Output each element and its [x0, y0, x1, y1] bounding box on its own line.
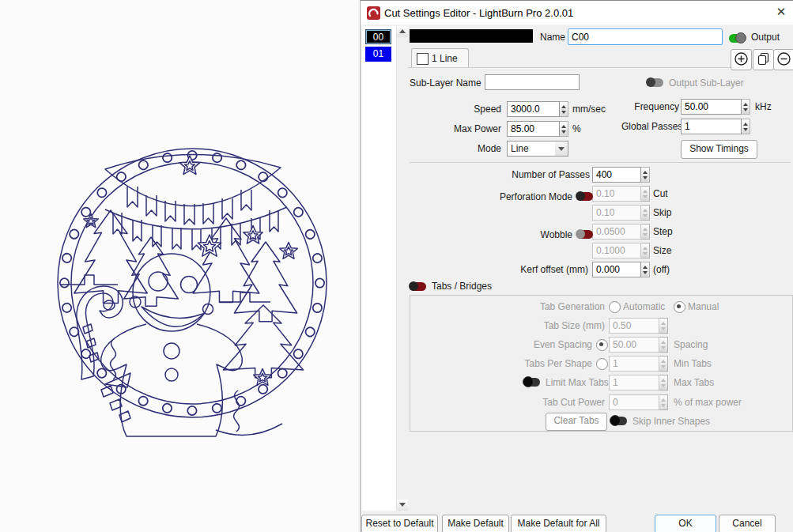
title-bar[interactable]: Cut Settings Editor - LightBurn Pro 2.0.… — [361, 1, 793, 25]
tab-generation-automatic-label: Automatic — [623, 300, 665, 313]
sublayer-name-input[interactable] — [485, 74, 580, 90]
tabs-per-shape-radio[interactable] — [596, 358, 608, 370]
max-power-input[interactable] — [507, 121, 560, 137]
tabs-per-shape-suffix: Min Tabs — [674, 357, 712, 370]
tabs-bridges-groupbox: Tab Generation Automatic Manual Tab Size… — [410, 295, 793, 432]
skip-inner-shapes-toggle[interactable] — [610, 417, 627, 425]
limit-max-tabs-toggle[interactable] — [523, 378, 540, 387]
duplicate-sublayer-button[interactable] — [753, 49, 774, 70]
ok-button[interactable]: OK — [655, 515, 716, 532]
speed-input[interactable] — [507, 101, 560, 117]
tabs-bridges-toggle[interactable] — [410, 282, 426, 291]
chevron-down-icon — [555, 141, 568, 156]
mode-value: Line — [508, 141, 555, 156]
add-sublayer-button[interactable] — [731, 49, 752, 70]
output-sublayer-toggle[interactable] — [647, 78, 663, 87]
layer-item-00[interactable]: 00 — [365, 29, 391, 44]
copy-icon — [757, 52, 770, 66]
tab-generation-automatic-radio[interactable] — [609, 301, 621, 313]
remove-sublayer-button[interactable] — [773, 49, 793, 70]
layer-color-swatch[interactable] — [410, 29, 533, 43]
tab-size-input[interactable] — [609, 318, 659, 334]
tab-size-label: Tab Size (mm) — [440, 319, 605, 332]
tabs-bridges-title: Tabs / Bridges — [432, 280, 492, 292]
tab-cut-power-input[interactable] — [609, 394, 659, 410]
max-power-spin-buttons[interactable] — [560, 121, 568, 137]
scroll-up-icon[interactable] — [397, 26, 408, 37]
kerf-input[interactable] — [592, 262, 641, 277]
even-spacing-input[interactable] — [609, 337, 659, 353]
number-of-passes-label: Number of Passes — [432, 168, 590, 181]
reset-to-default-button[interactable]: Reset to Default — [361, 515, 438, 532]
frequency-spin-buttons[interactable] — [742, 99, 750, 115]
perforation-cut-stepper — [592, 186, 650, 202]
even-spacing-radio[interactable] — [596, 339, 608, 351]
cancel-button[interactable]: Cancel — [719, 515, 776, 532]
output-toggle[interactable] — [729, 34, 746, 43]
perforation-mode-toggle[interactable] — [576, 192, 593, 201]
perforation-skip-input[interactable] — [592, 205, 641, 221]
perforation-skip-unit: Skip — [653, 206, 671, 219]
perforation-mode-label: Perforation Mode — [432, 191, 572, 203]
kerf-offset-label: Kerf offset (mm) — [432, 263, 588, 276]
show-timings-button[interactable]: Show Timings — [681, 140, 757, 159]
frequency-label: Frequency — [621, 100, 679, 113]
even-spacing-suffix: Spacing — [674, 338, 708, 351]
mode-dropdown[interactable]: Line — [507, 141, 568, 157]
tab-size-stepper — [609, 318, 668, 334]
passes-input[interactable] — [592, 167, 641, 183]
scroll-down-icon[interactable] — [397, 500, 408, 511]
tab-generation-manual-radio[interactable] — [674, 301, 685, 313]
tab-generation-manual-label: Manual — [688, 300, 719, 313]
wobble-label: Wobble — [432, 228, 572, 241]
global-passes-spin-buttons[interactable] — [742, 119, 750, 134]
passes-spin-buttons[interactable] — [641, 167, 650, 183]
wobble-step-stepper — [592, 224, 650, 240]
max-power-stepper — [507, 121, 568, 137]
global-passes-stepper — [681, 119, 750, 134]
scrollbar[interactable] — [396, 26, 407, 511]
wobble-size-stepper — [592, 243, 650, 258]
ornament-drawing — [26, 117, 358, 449]
max-power-unit: % — [572, 123, 581, 135]
speed-unit: mm/sec — [572, 103, 606, 115]
wobble-size-unit: Size — [653, 244, 671, 257]
layer-list: 00 01 — [362, 26, 396, 511]
clear-tabs-button[interactable]: Clear Tabs — [546, 413, 607, 431]
speed-stepper — [507, 101, 568, 117]
passes-stepper — [592, 167, 650, 183]
section-divider — [410, 162, 791, 163]
close-icon[interactable]: ✕ — [772, 5, 790, 21]
kerf-spin-buttons[interactable] — [641, 262, 650, 277]
perforation-cut-unit: Cut — [653, 187, 668, 200]
layer-item-01[interactable]: 01 — [365, 47, 391, 62]
wobble-size-input[interactable] — [592, 243, 641, 258]
tab-cut-power-label: Tab Cut Power — [440, 396, 605, 409]
make-default-for-all-button[interactable]: Make Default for All — [511, 515, 606, 532]
output-sublayer-label: Output Sub-Layer — [669, 77, 744, 89]
wobble-step-input[interactable] — [592, 224, 641, 240]
design-canvas — [0, 0, 360, 532]
sublayer-name-field-wrap — [485, 74, 580, 90]
tab-checkbox[interactable] — [417, 53, 429, 65]
frequency-input[interactable] — [681, 99, 742, 115]
window-title: Cut Settings Editor - LightBurn Pro 2.0.… — [384, 7, 573, 20]
app-icon — [367, 6, 380, 20]
wobble-toggle[interactable] — [576, 230, 593, 239]
sublayer-name-label: Sub-Layer Name — [410, 77, 481, 89]
kerf-off-suffix: (off) — [653, 263, 670, 276]
tab-cut-power-suffix: % of max power — [674, 396, 742, 409]
global-passes-input[interactable] — [681, 119, 742, 134]
tab-1-line[interactable]: 1 Line — [411, 48, 469, 68]
wobble-step-unit: Step — [653, 225, 673, 238]
make-default-button[interactable]: Make Default — [442, 515, 509, 532]
frequency-unit: kHz — [755, 100, 772, 113]
speed-spin-buttons[interactable] — [560, 101, 568, 117]
limit-max-tabs-input[interactable] — [609, 375, 659, 391]
tabs-per-shape-input[interactable] — [609, 356, 659, 372]
max-power-label: Max Power — [410, 123, 501, 135]
layer-name-input[interactable] — [568, 28, 723, 45]
perforation-cut-input[interactable] — [592, 186, 641, 202]
even-spacing-stepper — [609, 337, 668, 353]
tabs-per-shape-label: Tabs Per Shape — [440, 357, 592, 370]
